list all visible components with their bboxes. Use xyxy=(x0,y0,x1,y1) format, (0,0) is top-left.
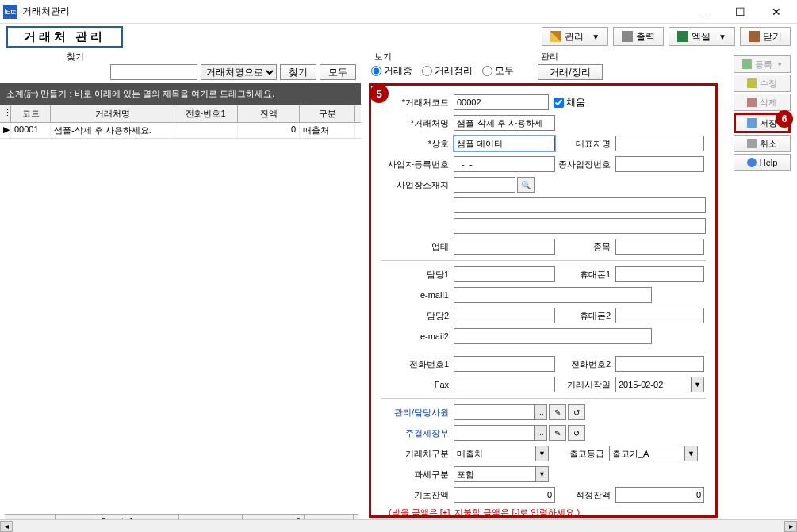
biztype-input[interactable] xyxy=(454,239,555,255)
scroll-left-button[interactable]: ◂ xyxy=(0,521,13,532)
scroll-right-button[interactable]: ▸ xyxy=(784,521,797,532)
name-label: *거래처명 xyxy=(381,117,454,129)
staff-edit-button[interactable]: ✎ xyxy=(549,404,566,420)
view-all-radio[interactable]: 모두 xyxy=(482,64,514,78)
client-name-input[interactable] xyxy=(454,115,555,131)
startdate-label: 거래시작일 xyxy=(555,379,615,391)
all-button[interactable]: 모두 xyxy=(320,64,356,80)
proper-bal-input[interactable] xyxy=(615,487,704,503)
window-minimize-button[interactable]: — xyxy=(687,1,722,23)
window-maximize-button[interactable]: ☐ xyxy=(722,1,758,23)
email2-input[interactable] xyxy=(454,328,652,344)
expand-col[interactable]: ⋮ xyxy=(0,105,11,122)
ledger-label: 주결제장부 xyxy=(381,427,454,439)
email2-label: e-mail2 xyxy=(381,331,454,341)
col-type[interactable]: 구분 xyxy=(300,105,355,122)
trash-icon xyxy=(747,98,757,107)
ship-grade-dropdown[interactable]: ▼ xyxy=(685,446,698,461)
phone1-input[interactable] xyxy=(454,356,555,372)
contact1-input[interactable] xyxy=(454,266,555,282)
proper-bal-label: 적정잔액 xyxy=(555,489,615,501)
col-code[interactable]: 코드 xyxy=(11,105,51,122)
cust-type-dropdown[interactable]: ▼ xyxy=(536,446,549,461)
ceo-input[interactable] xyxy=(615,136,704,151)
staff-label: 관리/담당사원 xyxy=(381,407,454,419)
col-balance[interactable]: 잔액 xyxy=(238,105,300,122)
detail-form: 5 *거래처코드 채움 *거래처명 *상호 대표자명 사업자등록번호 종사업장번… xyxy=(369,83,718,518)
company-input[interactable] xyxy=(454,136,555,151)
manage-label: 관리 xyxy=(565,30,584,44)
email1-input[interactable] xyxy=(454,287,652,303)
phone2-input[interactable] xyxy=(615,356,704,372)
phone1-label: 전화번호1 xyxy=(381,358,454,370)
staff-clear-button[interactable]: ↺ xyxy=(568,404,585,420)
plus-icon xyxy=(742,59,752,69)
tax-dropdown[interactable]: ▼ xyxy=(536,466,549,482)
excel-dropdown-button[interactable]: 엑셀 ▼ xyxy=(669,27,735,46)
print-button[interactable]: 출력 xyxy=(613,27,664,46)
ship-grade-label: 출고등급 xyxy=(549,448,609,460)
search-input[interactable] xyxy=(110,64,197,80)
grid-header: ⋮ 코드 거래처명 전화번호1 잔액 구분 xyxy=(0,105,361,123)
begin-bal-input[interactable] xyxy=(454,487,555,503)
save-icon xyxy=(747,118,757,128)
edit-button[interactable]: 수정 xyxy=(734,75,791,92)
find-button[interactable]: 찾기 xyxy=(280,64,316,80)
expand-toggle[interactable]: ▶ xyxy=(0,123,11,138)
fax-input[interactable] xyxy=(454,377,555,392)
addr-zip-input[interactable] xyxy=(454,177,515,193)
transaction-button[interactable]: 거래/정리 xyxy=(538,64,603,80)
view-active-radio[interactable]: 거래중 xyxy=(371,64,412,78)
page-title: 거래처 관리 xyxy=(6,26,123,48)
mobile1-label: 휴대폰1 xyxy=(555,269,615,281)
cell-phone xyxy=(174,123,238,138)
tax-select[interactable] xyxy=(454,466,536,482)
tax-label: 과세구분 xyxy=(381,469,454,480)
cust-type-select[interactable] xyxy=(454,446,536,461)
startdate-input[interactable] xyxy=(615,377,692,392)
window-close-button[interactable]: ✕ xyxy=(758,1,794,23)
staff-browse-button[interactable]: … xyxy=(535,404,547,420)
ledger-clear-button[interactable]: ↺ xyxy=(568,425,585,441)
filter-row: 찾기 거래처명으로 찾기 모두 보기 거래중 거래정리 모두 관리 거래/정리 xyxy=(0,49,797,83)
mobile1-input[interactable] xyxy=(615,266,704,282)
staff-input[interactable] xyxy=(454,404,535,420)
addr2-input[interactable] xyxy=(454,218,706,234)
bizno-input[interactable] xyxy=(454,156,555,172)
biztype-label: 업태 xyxy=(381,241,454,253)
search-group-title: 찾기 xyxy=(6,51,141,63)
chevron-down-icon: ▼ xyxy=(592,33,600,41)
ledger-input[interactable] xyxy=(454,425,535,441)
contact2-input[interactable] xyxy=(454,308,555,323)
save-button[interactable]: 저장 6 xyxy=(734,113,791,133)
delete-button[interactable]: 삭제 xyxy=(734,94,791,111)
ship-grade-select[interactable] xyxy=(609,446,685,461)
cell-code: 00001 xyxy=(11,123,51,138)
fill-checkbox[interactable]: 채움 xyxy=(554,96,585,109)
ledger-edit-button[interactable]: ✎ xyxy=(549,425,566,441)
addr-search-button[interactable]: 🔍 xyxy=(517,177,535,193)
bizkind-input[interactable] xyxy=(615,239,704,255)
toolbar: 거래처 관리 관리 ▼ 출력 엑셀 ▼ 닫기 xyxy=(0,24,797,49)
cancel-button[interactable]: 취소 xyxy=(734,135,791,152)
horizontal-scrollbar[interactable]: ◂ ▸ xyxy=(0,519,797,532)
ledger-browse-button[interactable]: … xyxy=(535,425,547,441)
col-name[interactable]: 거래처명 xyxy=(51,105,174,122)
code-label: *거래처코드 xyxy=(381,97,454,109)
register-button[interactable]: 등록▾ xyxy=(734,55,791,73)
mobile2-label: 휴대폰2 xyxy=(555,310,615,322)
subbiz-input[interactable] xyxy=(615,156,704,172)
manage-dropdown-button[interactable]: 관리 ▼ xyxy=(542,27,608,46)
mobile2-input[interactable] xyxy=(615,308,704,323)
close-button[interactable]: 닫기 xyxy=(740,27,791,46)
addr1-input[interactable] xyxy=(454,197,706,213)
help-button[interactable]: Help xyxy=(734,154,791,171)
table-row[interactable]: ▶ 00001 샘플-삭제 후 사용하세요. 0 매출처 xyxy=(0,123,361,139)
company-label: *상호 xyxy=(381,138,454,150)
date-dropdown-button[interactable]: ▼ xyxy=(692,377,704,392)
col-phone[interactable]: 전화번호1 xyxy=(174,105,238,122)
search-mode-select[interactable]: 거래처명으로 xyxy=(201,64,277,80)
cell-balance: 0 xyxy=(238,123,300,138)
view-settled-radio[interactable]: 거래정리 xyxy=(422,64,473,78)
code-input[interactable] xyxy=(454,94,549,110)
